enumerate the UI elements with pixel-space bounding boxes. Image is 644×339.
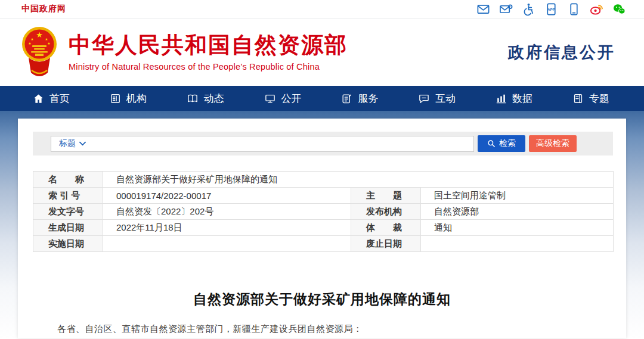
nav-label: 动态 — [204, 92, 224, 105]
nav-label: 机构 — [126, 92, 147, 105]
svg-text:★: ★ — [28, 42, 31, 45]
interact-icon — [418, 93, 430, 104]
table-row: 发文字号 自然资发〔2022〕202号 发布机构 自然资源部 — [33, 204, 614, 220]
nav-label: 公开 — [281, 92, 302, 105]
site-header: ★ ★ ★ ★ ★ 中华人民共和国自然资源部 Ministry of Natur… — [0, 18, 644, 86]
table-row: 实施日期 废止日期 — [33, 236, 614, 252]
search-button[interactable]: 检索 — [478, 135, 525, 152]
meta-value-genre: 通知 — [421, 220, 614, 236]
meta-label-repeal: 废止日期 — [351, 236, 421, 252]
nav-item-disclosure[interactable]: 公开 — [264, 92, 302, 105]
gov-info-disclosure-title[interactable]: 政府信息公开 — [508, 42, 615, 63]
meta-label-index: 索 引 号 — [33, 188, 103, 204]
app-icon[interactable]: APP — [544, 2, 558, 16]
search-field-selector[interactable]: 标题 — [59, 138, 86, 149]
top-utility-bar: 中国政府网 APP — [0, 0, 644, 18]
topics-icon — [572, 93, 584, 104]
svg-text:★: ★ — [47, 42, 50, 45]
chevron-down-icon — [79, 141, 86, 146]
meta-label-genre: 体 裁 — [351, 220, 421, 236]
table-row: 生成日期 2022年11月18日 体 裁 通知 — [33, 220, 614, 236]
nav-item-home[interactable]: 首页 — [33, 92, 70, 105]
meta-label-name: 名 称 — [33, 172, 103, 188]
nav-label: 首页 — [49, 92, 70, 105]
nav-item-interact[interactable]: 互动 — [418, 92, 456, 105]
meta-value-index: 000019174/2022-00017 — [103, 188, 351, 204]
gov-site-link[interactable]: 中国政府网 — [21, 4, 66, 14]
search-box: 标题 — [51, 136, 474, 152]
content-card: 标题 检索 高级检索 名 称 自然资源部关于做好采矿用地保障的通知 索 引 号 — [18, 119, 626, 338]
meta-label-subject: 主 题 — [351, 188, 421, 204]
meta-value-publisher: 自然资源部 — [421, 204, 614, 220]
page-background: 标题 检索 高级检索 名 称 自然资源部关于做好采矿用地保障的通知 索 引 号 — [0, 111, 644, 338]
document-salutation: 各省、自治区、直辖市自然资源主管部门，新疆生产建设兵团自然资源局： — [39, 324, 605, 335]
home-icon — [33, 93, 44, 104]
meta-label-created: 生成日期 — [33, 220, 103, 236]
mobile-icon[interactable] — [567, 2, 581, 16]
wechat-icon[interactable] — [612, 2, 626, 16]
nav-label: 服务 — [358, 92, 378, 105]
meta-label-docnum: 发文字号 — [33, 204, 103, 220]
nav-item-topics[interactable]: 专题 — [572, 92, 609, 105]
meta-value-implementation — [103, 236, 351, 252]
national-emblem-icon: ★ ★ ★ ★ ★ — [21, 25, 58, 80]
meta-label-implementation: 实施日期 — [33, 236, 103, 252]
disclosure-icon — [264, 93, 276, 104]
search-icon — [487, 139, 496, 148]
meta-value-repeal — [421, 236, 614, 252]
advanced-search-label: 高级检索 — [536, 138, 569, 149]
news-icon — [187, 93, 199, 104]
meta-value-name: 自然资源部关于做好采矿用地保障的通知 — [103, 172, 614, 188]
search-field-label: 标题 — [59, 138, 76, 149]
nav-item-news[interactable]: 动态 — [187, 92, 224, 105]
meta-value-created: 2022年11月18日 — [103, 220, 351, 236]
topbar-icon-group: APP — [476, 2, 626, 16]
search-input[interactable] — [86, 136, 473, 151]
nav-item-data[interactable]: 数据 — [496, 92, 532, 105]
search-button-label: 检索 — [499, 138, 516, 149]
svg-text:★: ★ — [36, 30, 43, 39]
svg-text:APP: APP — [547, 7, 555, 11]
document-metadata-table: 名 称 自然资源部关于做好采矿用地保障的通知 索 引 号 000019174/2… — [33, 171, 614, 252]
weibo-icon[interactable] — [590, 2, 603, 16]
accessibility-icon[interactable] — [522, 2, 535, 16]
svg-text:★: ★ — [30, 38, 33, 41]
ministry-title-en: Ministry of Natural Resources of the Peo… — [69, 62, 348, 71]
meta-value-subject: 国土空间用途管制 — [421, 188, 614, 204]
meta-label-publisher: 发布机构 — [351, 204, 421, 220]
brand-text: 中华人民共和国自然资源部 Ministry of Natural Resourc… — [69, 33, 348, 71]
svg-text:★: ★ — [45, 38, 48, 41]
ministry-title-cn: 中华人民共和国自然资源部 — [69, 33, 348, 58]
advanced-search-button[interactable]: 高级检索 — [529, 135, 577, 152]
nav-item-organization[interactable]: 机构 — [110, 92, 147, 105]
ministry-brand[interactable]: ★ ★ ★ ★ ★ 中华人民共和国自然资源部 Ministry of Natur… — [21, 25, 348, 80]
nav-label: 互动 — [435, 92, 456, 105]
primary-nav: 首页 机构 动态 公开 服务 互动 数据 专题 — [0, 86, 644, 111]
table-row: 名 称 自然资源部关于做好采矿用地保障的通知 — [33, 172, 614, 188]
nav-label: 专题 — [589, 92, 609, 105]
table-row: 索 引 号 000019174/2022-00017 主 题 国土空间用途管制 — [33, 188, 614, 204]
search-bar: 标题 检索 高级检索 — [33, 132, 613, 155]
meta-value-docnum: 自然资发〔2022〕202号 — [103, 204, 351, 220]
service-icon — [341, 93, 352, 104]
nav-item-service[interactable]: 服务 — [341, 92, 378, 105]
document-title: 自然资源部关于做好采矿用地保障的通知 — [18, 290, 626, 309]
data-icon — [496, 93, 507, 104]
organization-icon — [110, 93, 121, 104]
mail-icon[interactable] — [476, 2, 490, 16]
mail-subscribe-icon[interactable] — [499, 2, 513, 16]
nav-label: 数据 — [512, 92, 532, 105]
